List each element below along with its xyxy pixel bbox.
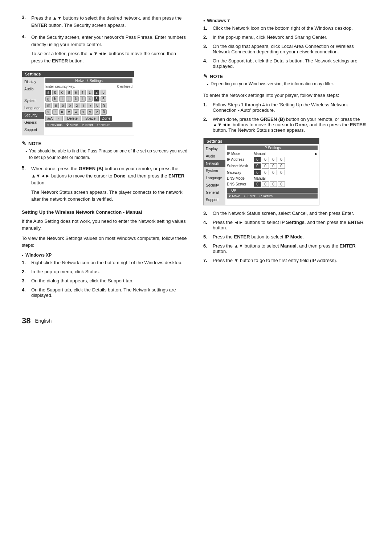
key-space[interactable]: Space [82,116,99,121]
key-v[interactable]: v [66,109,72,115]
subnet-cell-2[interactable]: 0 [262,163,269,169]
subnet-cell-3[interactable]: 0 [270,163,277,169]
ip-cell-4[interactable]: 0 [278,157,285,162]
key-e[interactable]: e [73,90,79,95]
right-step-2: 2. When done, press the GREEN (B) button… [203,116,370,133]
ip-sidebar-system: System [204,167,225,175]
key-x[interactable]: x [80,109,86,115]
note2-label: NOTE [210,74,223,79]
key-b[interactable]: b [52,90,58,95]
key-t[interactable]: t [52,109,58,115]
win7-step-4-num: 4. [203,58,210,69]
key-1[interactable]: 1 [87,90,93,95]
ip-sidebar-display: Display [204,146,225,153]
key-z[interactable]: z [94,109,100,115]
note-icon: ✎ [22,140,26,146]
network-settings-tab: Network Settings [45,78,132,83]
key-q[interactable]: q [74,103,79,108]
key-2[interactable]: 2 [94,90,99,95]
sidebar-language: Language [22,105,44,112]
security-label: Enter security key. [45,85,75,89]
ip-sidebar-network: Network [204,160,225,167]
ip-cell-2[interactable]: 0 [262,157,269,162]
ip-mode-value: Manual [254,152,266,156]
subnet-cells: 0 0 0 0 [254,163,285,169]
key-3[interactable]: 3 [101,90,106,95]
key-delete[interactable]: Delete [64,116,81,121]
nav-previous: A Previous [47,123,62,127]
dns-cell-2[interactable]: 0 [262,181,269,187]
key-toggle[interactable]: a/A [45,116,54,121]
key-r[interactable]: r [81,103,86,108]
key-6[interactable]: 6 [101,96,106,102]
right-step-2-num: 2. [203,116,210,133]
win7-step-1-num: 1. [203,25,210,31]
subnet-cell-1[interactable]: 0 [254,163,261,169]
key-p[interactable]: p [67,103,73,108]
key-4[interactable]: 4 [87,96,93,102]
dns-cell-4[interactable]: 0 [278,181,285,187]
sidebar-network-spacer [22,93,44,97]
dns-server-cells: 0 0 0 0 [254,181,285,187]
step-3-content: Press the ▲▼ buttons to select the desir… [31,15,189,30]
note-title: ✎ NOTE [22,140,189,146]
dns-cell-1[interactable]: 0 [254,181,261,187]
step-4: 4. On the Security screen, enter your ne… [22,34,189,66]
gateway-row: Gateway 0 0 0 0 [227,170,318,175]
ip-cell-3[interactable]: 0 [270,157,277,162]
gateway-cell-2[interactable]: 0 [262,170,269,175]
step-3-num: 3. [22,15,28,30]
key-a[interactable]: a [45,90,51,95]
keyboard-bottom-row: a/A ← Delete Space Done [45,116,132,121]
key-7[interactable]: 7 [87,103,93,108]
key-o[interactable]: o [60,103,66,108]
key-c[interactable]: c [59,90,65,95]
key-y[interactable]: y [87,109,93,115]
dns-server-row: DNS Server 0 0 0 0 [227,181,318,187]
key-g[interactable]: g [45,96,51,102]
gateway-cell-1[interactable]: 0 [254,170,261,175]
key-k[interactable]: k [73,96,79,102]
ip-nav-enter: ↵ Enter [244,194,256,198]
ip-cell-1[interactable]: 0 [254,157,261,162]
key-w[interactable]: w [73,109,79,115]
settings-sidebar: Display Audio System Language Security G… [22,77,44,135]
key-l[interactable]: l [80,96,86,102]
subnet-mask-label: Subnet Mask [227,164,252,168]
key-s[interactable]: s [45,109,51,115]
key-i[interactable]: i [59,96,65,102]
key-u[interactable]: u [59,109,65,115]
gateway-cell-4[interactable]: 0 [278,170,285,175]
gateway-cell-3[interactable]: 0 [270,170,277,175]
dns-cell-3[interactable]: 0 [270,181,277,187]
key-n[interactable]: n [53,103,59,108]
winxp-heading: Windows XP [22,253,189,258]
winxp-step-2: 2. In the pop-up menu, click Status. [22,269,189,274]
ok-button[interactable]: OK [227,188,318,193]
key-8[interactable]: 8 [94,103,100,108]
win7-step-2-num: 2. [203,34,210,40]
key-back[interactable]: ← [56,116,63,121]
subnet-cell-4[interactable]: 0 [278,163,285,169]
key-9[interactable]: 9 [101,103,107,108]
sidebar-system: System [22,97,44,105]
key-j[interactable]: j [66,96,72,102]
key-0[interactable]: 0 [101,109,107,115]
ip-sidebar-support: Support [204,196,225,204]
keyboard-row-3: m n o p q r 7 8 9 [45,103,132,108]
key-d[interactable]: d [66,90,72,95]
ip-nav-move: ❖ Move [228,194,240,198]
key-f[interactable]: f [80,90,86,95]
key-5[interactable]: 5 [94,96,99,102]
sidebar-support: Support [22,126,44,134]
dns-server-label: DNS Server [227,182,252,186]
key-done[interactable]: Done [100,116,112,121]
ip-settings-main: IP Settings IP Mode Manual ▶ IP Address [225,144,319,205]
winxp-step-2-num: 2. [22,269,28,274]
further-step-5: 5. Press the ENTER button to select IP M… [203,234,370,240]
nav-return: ↩ Return [97,123,111,127]
winxp-step-1-num: 1. [22,260,28,265]
key-h[interactable]: h [52,96,58,102]
gateway-label: Gateway [227,171,252,175]
key-m[interactable]: m [45,103,52,108]
